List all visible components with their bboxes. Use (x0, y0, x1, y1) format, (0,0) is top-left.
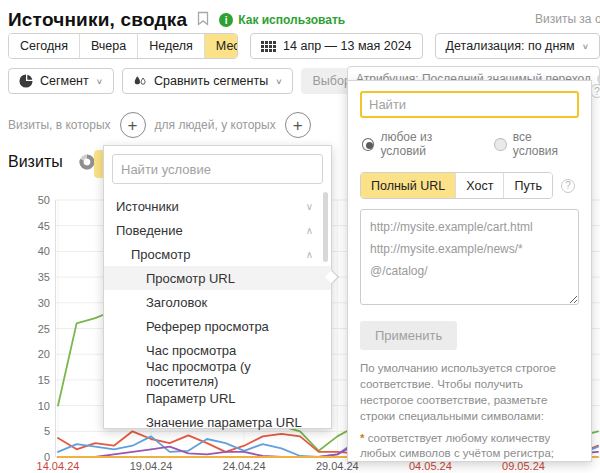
url-tab-1[interactable]: Полный URL (361, 173, 455, 198)
condition-item-label: Час просмотра (146, 343, 236, 358)
condition-item[interactable]: Параметр URL (104, 386, 331, 410)
segment-label: Сегмент (40, 74, 89, 88)
svg-text:10: 10 (38, 400, 50, 412)
svg-text:15: 15 (38, 374, 50, 386)
visits-period-note: Визиты за от (535, 12, 600, 26)
symbol-rule: * соответствует любому количеству любых … (360, 431, 579, 461)
period-toolbar: СегодняВчераНеделяМесяцКварталГод 14 апр… (8, 33, 600, 59)
scrollbar-thumb[interactable] (323, 192, 328, 262)
condition-item[interactable]: Значение параметра URL (104, 410, 331, 434)
condition-search-input[interactable] (112, 154, 323, 184)
condition-item[interactable]: Просмотр∧ (104, 242, 331, 266)
svg-text:19.04.24: 19.04.24 (130, 460, 173, 472)
apply-button[interactable]: Применить (360, 321, 457, 350)
svg-text:24.04.24: 24.04.24 (223, 460, 266, 472)
condition-item-label: Значение параметра URL (146, 415, 302, 430)
chevron-up-icon: ∧ (306, 225, 313, 236)
svg-text:40: 40 (38, 245, 50, 257)
compare-segments-label: Сравнить сегменты (154, 74, 268, 88)
strict-match-note: По умолчанию используется строгое соотве… (360, 361, 579, 424)
period-tab-group: СегодняВчераНеделяМесяцКварталГод (8, 33, 238, 59)
metrica-report-page: Источники, сводка i Как использовать Виз… (0, 0, 600, 473)
people-condition-label: для людей, у которых (155, 118, 276, 132)
url-search-input[interactable] (360, 91, 579, 118)
condition-item[interactable]: Заголовок (104, 290, 331, 314)
radio-any-label: любое из условий (380, 130, 476, 158)
detalization-button[interactable]: Детализация: по дням ∨ (435, 33, 600, 59)
radio-all-label: все условия (513, 130, 577, 158)
visits-condition-label: Визиты, в которых (8, 118, 111, 132)
radio-dot (494, 138, 506, 151)
condition-dropdown: Источники∨Поведение∧Просмотр∧Просмотр UR… (103, 145, 332, 429)
chevron-down-icon: ∨ (306, 201, 313, 212)
condition-item[interactable]: Источники∨ (104, 194, 331, 218)
condition-item[interactable]: Реферер просмотра (104, 314, 331, 338)
add-people-condition-button[interactable]: + (285, 112, 311, 138)
add-visit-condition-button[interactable]: + (120, 112, 146, 138)
segment-button[interactable]: Сегмент ∨ (8, 68, 114, 94)
radio-dot (362, 138, 374, 151)
period-tab-3[interactable]: Неделя (137, 34, 204, 58)
how-to-use-link[interactable]: Как использовать (238, 13, 345, 27)
page-title: Источники, сводка (8, 9, 187, 31)
condition-item-label: Поведение (116, 223, 183, 238)
url-type-tabs-row: Полный URLХостПуть ? (360, 172, 579, 199)
condition-item-label: Час просмотра (у посетителя) (146, 359, 307, 389)
svg-text:30: 30 (38, 297, 50, 309)
loading-donut-icon (79, 154, 95, 170)
condition-item[interactable]: Поведение∧ (104, 218, 331, 242)
compare-segments-button[interactable]: Сравнить сегменты ∨ (122, 68, 293, 94)
url-condition-popup: любое из условий все условия Полный URLХ… (347, 80, 592, 462)
svg-text:25: 25 (38, 323, 50, 335)
condition-item[interactable]: Час просмотра (у посетителя) (104, 362, 331, 386)
url-type-tab-group: Полный URLХостПуть (360, 172, 553, 199)
radio-any-condition[interactable]: любое из условий (362, 130, 476, 158)
url-tab-2[interactable]: Хост (455, 173, 503, 198)
svg-text:45: 45 (38, 220, 50, 232)
url-tab-3[interactable]: Путь (503, 173, 551, 198)
compare-drops-icon (133, 75, 147, 88)
chevron-down-icon: ∨ (275, 77, 282, 86)
special-symbols-list: * соответствует любому количеству любых … (360, 431, 579, 462)
info-icon: i (219, 13, 233, 27)
period-tab-2[interactable]: Вчера (79, 34, 137, 58)
bookmark-icon[interactable] (197, 11, 209, 30)
radio-all-conditions[interactable]: все условия (494, 130, 577, 158)
metric-heading-row: Визиты (8, 153, 95, 171)
svg-text:35: 35 (38, 271, 50, 283)
url-help-icon[interactable]: ? (561, 179, 575, 193)
condition-item-label: Просмотр URL (146, 271, 235, 286)
date-range-button[interactable]: 14 апр — 13 мая 2024 (250, 33, 422, 59)
pie-chart-icon (19, 74, 33, 88)
header: Источники, сводка i Как использовать Виз… (8, 6, 600, 34)
condition-item-label: Параметр URL (146, 391, 236, 406)
metric-title: Визиты (8, 153, 63, 171)
date-range-label: 14 апр — 13 мая 2024 (283, 39, 411, 53)
period-tab-1[interactable]: Сегодня (9, 34, 79, 58)
svg-text:14.04.24: 14.04.24 (37, 460, 80, 472)
svg-text:5: 5 (44, 425, 50, 437)
condition-item[interactable]: Просмотр URL (104, 266, 331, 290)
condition-list: Источники∨Поведение∧Просмотр∧Просмотр UR… (104, 194, 331, 434)
period-tab-4[interactable]: Месяц (204, 34, 238, 58)
chevron-down-icon: ∨ (96, 77, 103, 86)
svg-text:50: 50 (38, 194, 50, 206)
condition-item-label: Реферер просмотра (146, 319, 269, 334)
segment-filter-row: Визиты, в которых + для людей, у которых… (8, 112, 311, 138)
symbol-char: * (360, 432, 364, 444)
condition-item-label: Заголовок (146, 295, 207, 310)
svg-text:20: 20 (38, 348, 50, 360)
url-patterns-textarea[interactable] (360, 209, 579, 305)
how-to-use[interactable]: i Как использовать (219, 13, 345, 27)
condition-item-label: Источники (116, 199, 179, 214)
chevron-down-icon: ∨ (582, 42, 589, 51)
detalization-label: Детализация: по дням (446, 39, 575, 53)
calendar-icon (261, 41, 276, 52)
condition-item-label: Просмотр (131, 247, 190, 262)
match-mode-radios: любое из условий все условия (362, 130, 577, 158)
chevron-up-icon: ∧ (306, 249, 313, 260)
